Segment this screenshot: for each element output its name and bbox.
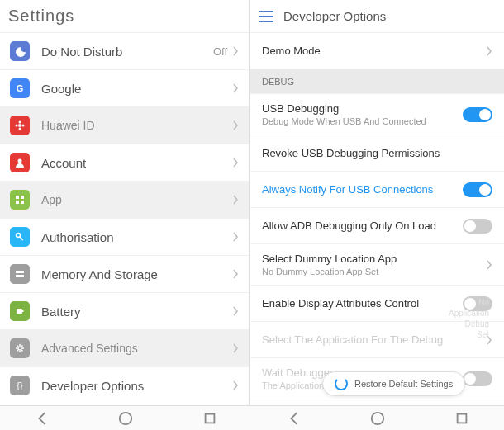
- svg-point-16: [18, 347, 21, 350]
- braces-icon: {}: [10, 376, 30, 395]
- toggle[interactable]: [463, 371, 492, 386]
- nav-recent[interactable]: [454, 411, 469, 426]
- svg-text:G: G: [17, 83, 24, 93]
- item-value: Off: [213, 45, 227, 58]
- svg-rect-7: [16, 196, 19, 199]
- settings-item-account[interactable]: Account: [0, 144, 249, 182]
- item-label: Huawei ID: [41, 119, 232, 132]
- restore-defaults-toast[interactable]: Restore Default Settings: [322, 371, 465, 396]
- settings-item-advanced-settings[interactable]: Advanced Settings: [0, 330, 249, 367]
- toggle[interactable]: [463, 219, 492, 234]
- item-subtitle: Debug Mode When USB And Connected: [262, 116, 463, 126]
- item-title: Allow ADB Debugging Only On Load: [262, 220, 463, 232]
- item-label: Google: [41, 82, 232, 96]
- svg-point-11: [17, 234, 21, 238]
- user-icon: [10, 153, 30, 172]
- nav-home[interactable]: [370, 411, 385, 426]
- svg-rect-12: [16, 271, 24, 273]
- key-icon: [10, 227, 30, 247]
- svg-point-1: [18, 124, 21, 127]
- nav-back[interactable]: [287, 411, 302, 426]
- svg-rect-14: [17, 309, 22, 314]
- spinner-icon: [335, 377, 348, 390]
- svg-point-4: [16, 125, 18, 127]
- svg-text:{}: {}: [17, 380, 23, 390]
- flower-icon: [10, 116, 30, 135]
- hamburger-icon[interactable]: [259, 11, 273, 22]
- svg-rect-19: [206, 413, 215, 423]
- settings-title: Settings: [8, 7, 74, 26]
- item-label: Authorisation: [41, 230, 232, 244]
- ghost-text: NoApplicationDebugSet: [449, 297, 489, 340]
- dev-item-connection[interactable]: ConnectionImplementation: [250, 399, 504, 405]
- nav-home[interactable]: [118, 411, 133, 426]
- left-header: Settings: [0, 0, 249, 33]
- grid-icon: [10, 190, 30, 210]
- G-icon: G: [10, 78, 30, 98]
- svg-rect-10: [21, 201, 24, 204]
- item-label: Memory And Storage: [41, 267, 232, 281]
- dev-item-demo-mode[interactable]: Demo Mode: [250, 33, 504, 69]
- battery-icon: [10, 301, 30, 321]
- settings-list: Do Not Disturb Off G Google Huawei ID Ac…: [0, 33, 249, 405]
- nav-bar: [0, 405, 504, 430]
- item-title: Always Notify For USB Connections: [262, 183, 463, 196]
- nav-back[interactable]: [35, 411, 50, 426]
- dev-item-always-notify-for-usb-connections[interactable]: Always Notify For USB Connections: [250, 172, 504, 208]
- svg-rect-13: [16, 275, 24, 277]
- toggle[interactable]: [463, 182, 492, 197]
- restore-label: Restore Default Settings: [354, 379, 453, 389]
- settings-item-developer-options[interactable]: {} Developer Options: [0, 367, 249, 404]
- settings-item-google[interactable]: G Google: [0, 70, 249, 107]
- svg-rect-21: [458, 413, 467, 423]
- item-title: Select Dummy Location App: [262, 253, 486, 265]
- dev-item-allow-adb-debugging-only-on-load[interactable]: Allow ADB Debugging Only On Load: [250, 208, 504, 244]
- dev-item-debug: DEBUG: [250, 69, 504, 94]
- item-label: Do Not Disturb: [41, 45, 213, 59]
- dev-options-title: Developer Options: [283, 9, 386, 23]
- svg-point-18: [120, 412, 131, 423]
- svg-rect-15: [22, 310, 24, 312]
- dev-item-usb-debugging[interactable]: USB DebuggingDebug Mode When USB And Con…: [250, 94, 504, 135]
- item-label: App: [41, 193, 232, 206]
- item-title: Demo Mode: [262, 45, 486, 57]
- svg-point-3: [19, 128, 21, 130]
- item-label: Developer Options: [41, 379, 232, 393]
- item-title: USB Debugging: [262, 102, 463, 115]
- gear-icon: [10, 338, 30, 358]
- settings-item-do-not-disturb[interactable]: Do Not Disturb Off: [0, 33, 249, 70]
- item-title: Revoke USB Debugging Permissions: [262, 147, 492, 159]
- svg-point-2: [19, 121, 21, 124]
- svg-rect-9: [16, 201, 19, 204]
- item-title: DEBUG: [262, 77, 492, 87]
- item-subtitle: No Dummy Location App Set: [262, 267, 486, 276]
- item-title: Enable Display Attributes Control: [262, 297, 463, 310]
- dev-options-list: Demo ModeDEBUGUSB DebuggingDebug Mode Wh…: [250, 33, 504, 405]
- svg-rect-8: [21, 196, 24, 199]
- toggle[interactable]: [463, 107, 492, 122]
- settings-item-authorisation[interactable]: Authorisation: [0, 219, 249, 256]
- svg-point-5: [22, 125, 25, 127]
- svg-point-20: [372, 412, 383, 423]
- settings-item-battery[interactable]: Battery: [0, 293, 249, 330]
- settings-item-app[interactable]: App: [0, 182, 249, 219]
- item-label: Account: [41, 156, 232, 170]
- dev-item-revoke-usb-debugging-permissions[interactable]: Revoke USB Debugging Permissions: [250, 135, 504, 172]
- settings-item-memory-and-storage[interactable]: Memory And Storage: [0, 256, 249, 293]
- svg-point-6: [18, 159, 22, 163]
- right-header: Developer Options: [250, 0, 504, 33]
- moon-icon: [10, 41, 30, 61]
- settings-item-huawei-id[interactable]: Huawei ID: [0, 107, 249, 144]
- nav-recent[interactable]: [202, 411, 217, 426]
- dev-item-select-dummy-location-app[interactable]: Select Dummy Location AppNo Dummy Locati…: [250, 244, 504, 286]
- storage-icon: [10, 264, 30, 284]
- item-label: Battery: [41, 305, 232, 319]
- item-label: Advanced Settings: [41, 342, 232, 355]
